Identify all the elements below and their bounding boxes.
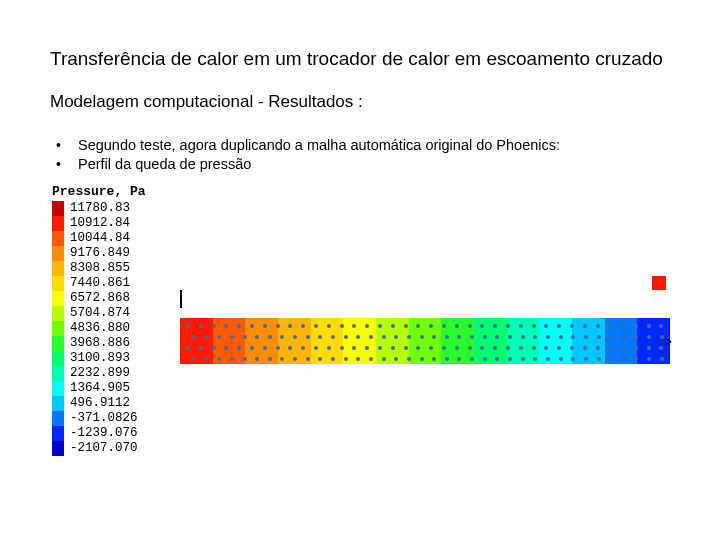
legend-value: 496.9112 [70,396,138,411]
legend-value: 1364.905 [70,381,138,396]
legend-value: 2232.899 [70,366,138,381]
flow-arrow-icon: > [665,336,672,350]
page-title: Transferência de calor em um trocador de… [50,48,670,70]
legend-title: Pressure, Pa [52,184,670,199]
legend-value: 4836.880 [70,321,138,336]
page-subtitle: Modelagem computacional - Resultados : [50,92,670,112]
inlet-marker [652,276,666,290]
legend-value: 7440.861 [70,276,138,291]
legend-value: 3968.886 [70,336,138,351]
legend-value: -1239.076 [70,426,138,441]
bullet-item: Perfil da queda de pressão [50,155,670,174]
legend-value: -371.0826 [70,411,138,426]
legend-value: 9176.849 [70,246,138,261]
bullet-item: Segundo teste, agora duplicando a malha … [50,136,670,155]
bullet-list: Segundo teste, agora duplicando a malha … [50,136,670,174]
legend-value: 5704.874 [70,306,138,321]
legend-value: -2107.070 [70,441,138,456]
pressure-field: > [180,300,670,410]
legend-value: 10912.84 [70,216,138,231]
legend-value: 3100.893 [70,351,138,366]
legend-value: 8308.855 [70,261,138,276]
color-bar [52,201,64,456]
legend-value: 6572.868 [70,291,138,306]
legend-value: 10044.84 [70,231,138,246]
tube-bank [180,318,670,364]
legend-values: 11780.8310912.8410044.849176.8498308.855… [70,201,138,456]
legend-value: 11780.83 [70,201,138,216]
